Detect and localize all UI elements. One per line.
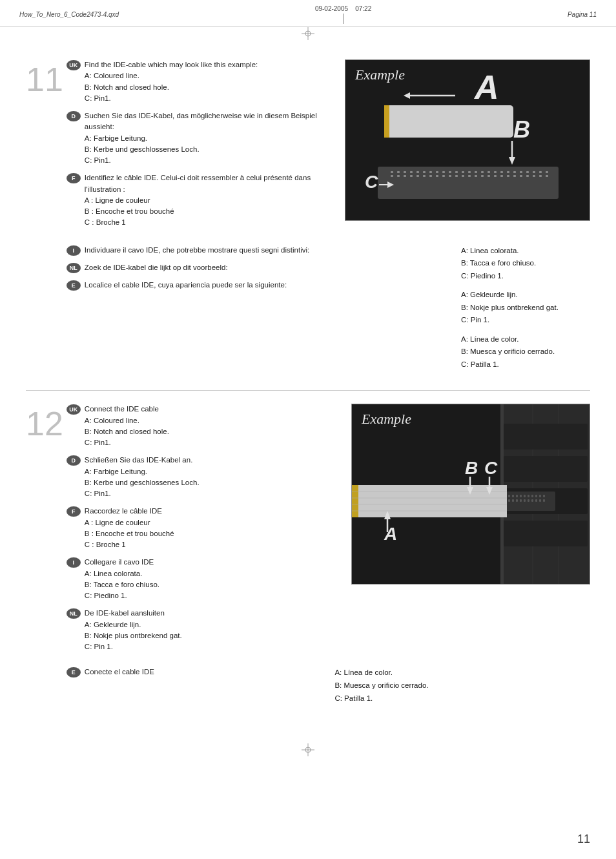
svg-rect-20 xyxy=(436,171,438,173)
instruction-text-uk-11: Find the IDE-cable which may look like t… xyxy=(85,59,258,104)
section-12-bottom-left-col: E Conecte el cable IDE xyxy=(67,667,322,705)
instruction-text-i-11: Individuare il cavo IDE, che potrebbe mo… xyxy=(85,245,309,256)
svg-rect-21 xyxy=(442,171,445,173)
svg-rect-41 xyxy=(410,175,413,177)
svg-rect-16 xyxy=(410,171,413,173)
section-12: 12 UK Connect the IDE cable A: Coloured … xyxy=(26,404,590,705)
svg-rect-78 xyxy=(516,495,518,497)
svg-rect-71 xyxy=(504,424,588,450)
section-11-instructions: UK Find the IDE-cable which may look lik… xyxy=(67,59,332,235)
svg-rect-42 xyxy=(416,175,419,177)
detail-nl-11: A: Gekleurde lijn. B: Nokje plus ontbrek… xyxy=(461,289,590,327)
svg-rect-97 xyxy=(352,485,358,517)
svg-rect-33 xyxy=(520,171,522,173)
svg-rect-53 xyxy=(488,175,490,177)
instruction-nl-12: NL De IDE-kabel aansluiten A: Gekleurde … xyxy=(67,608,335,652)
svg-rect-61 xyxy=(539,175,542,177)
svg-rect-24 xyxy=(462,171,464,173)
svg-rect-30 xyxy=(500,171,503,173)
svg-rect-51 xyxy=(475,175,477,177)
svg-rect-50 xyxy=(468,175,471,177)
svg-rect-81 xyxy=(528,495,529,497)
svg-rect-26 xyxy=(475,171,477,173)
svg-rect-32 xyxy=(513,171,516,173)
section-12-main: UK Connect the IDE cable A: Coloured lin… xyxy=(67,404,590,659)
lang-badge-d: D xyxy=(67,111,81,121)
instruction-uk-11: UK Find the IDE-cable which may look lik… xyxy=(67,59,325,104)
svg-rect-79 xyxy=(520,495,522,497)
svg-rect-95 xyxy=(543,499,545,502)
instruction-text-d-11: Suchen Sie das IDE-Kabel, das möglicherw… xyxy=(85,110,325,166)
svg-rect-58 xyxy=(520,175,522,177)
svg-rect-62 xyxy=(546,175,548,177)
instruction-text-i-12: Collegare il cavo IDE A: Linea colorata.… xyxy=(85,557,159,601)
svg-rect-15 xyxy=(404,171,406,173)
instruction-i-12: I Collegare il cavo IDE A: Linea colorat… xyxy=(67,557,335,601)
svg-rect-93 xyxy=(535,499,537,502)
section-divider xyxy=(26,390,590,391)
instruction-text-e-12: Conecte el cable IDE xyxy=(85,667,154,678)
instruction-d-12: D Schließen Sie das IDE-Kabel an. A: Far… xyxy=(67,455,335,499)
lang-badge-i-12: I xyxy=(67,557,81,568)
svg-rect-38 xyxy=(391,175,393,177)
instruction-text-e-11: Localice el cable IDE, cuya apariencia p… xyxy=(85,280,287,291)
svg-rect-18 xyxy=(423,171,426,173)
lang-badge-f: F xyxy=(67,173,81,183)
svg-rect-92 xyxy=(531,499,533,502)
page-content: 11 UK Find the IDE-cable which may look … xyxy=(0,40,616,743)
svg-rect-43 xyxy=(423,175,426,177)
example-image-12: Example xyxy=(351,404,590,585)
svg-rect-86 xyxy=(508,499,510,502)
svg-rect-89 xyxy=(520,499,522,502)
svg-rect-54 xyxy=(494,175,497,177)
svg-rect-22 xyxy=(449,171,451,173)
section-12-content: UK Connect the IDE cable A: Coloured lin… xyxy=(63,404,590,705)
svg-rect-13 xyxy=(391,171,393,173)
svg-rect-56 xyxy=(507,175,509,177)
svg-rect-48 xyxy=(455,175,458,177)
section-11-top: UK Find the IDE-cable which may look lik… xyxy=(67,59,590,235)
lang-badge-d-12: D xyxy=(67,455,81,466)
svg-text:A: A xyxy=(473,68,499,106)
svg-rect-27 xyxy=(481,171,484,173)
page-number: 11 xyxy=(577,833,590,846)
example-label-11: Example xyxy=(355,67,405,83)
svg-text:B: B xyxy=(465,458,478,478)
step-number-11: 11 xyxy=(26,59,63,371)
svg-rect-55 xyxy=(500,175,503,177)
svg-rect-39 xyxy=(397,175,400,177)
instruction-text-nl-12: De IDE-kabel aansluiten A: Gekleurde lij… xyxy=(85,608,182,652)
svg-rect-23 xyxy=(455,171,458,173)
instruction-d-11: D Suchen Sie das IDE-Kabel, das mögliche… xyxy=(67,110,325,166)
lang-badge-e-12: E xyxy=(67,667,81,678)
svg-rect-96 xyxy=(352,485,507,517)
instruction-uk-12: UK Connect the IDE cable A: Coloured lin… xyxy=(67,404,335,448)
svg-rect-90 xyxy=(524,499,526,502)
section-11-bottom-right: A: Linea colorata. B: Tacca e foro chius… xyxy=(461,245,590,371)
section-11-bottom: I Individuare il cavo IDE, che potrebbe … xyxy=(67,245,590,371)
svg-rect-44 xyxy=(429,175,432,177)
header-divider-line xyxy=(343,14,344,24)
svg-rect-57 xyxy=(513,175,516,177)
svg-rect-77 xyxy=(512,495,514,497)
lang-badge-e: E xyxy=(67,280,81,291)
instruction-text-f-11: Identifiez le câble IDE. Celui-ci doit r… xyxy=(85,172,325,228)
example-image-11: Example A xyxy=(345,59,590,221)
svg-rect-34 xyxy=(526,171,529,173)
bottom-cross xyxy=(0,743,616,763)
svg-rect-87 xyxy=(512,499,514,502)
svg-text:C: C xyxy=(484,458,498,478)
instruction-f-11: F Identifiez le câble IDE. Celui-ci doit… xyxy=(67,172,325,228)
top-cross xyxy=(0,27,616,40)
svg-rect-59 xyxy=(526,175,529,177)
instruction-i-11: I Individuare il cavo IDE, che potrebbe … xyxy=(67,245,448,256)
section-11-bottom-left: I Individuare il cavo IDE, che potrebbe … xyxy=(67,245,461,371)
svg-rect-35 xyxy=(533,171,535,173)
svg-rect-84 xyxy=(539,495,541,497)
section-12-left: UK Connect the IDE cable A: Coloured lin… xyxy=(67,404,345,659)
step-number-12: 12 xyxy=(26,404,63,705)
svg-rect-36 xyxy=(539,171,542,173)
lang-badge-i: I xyxy=(67,245,81,256)
svg-rect-85 xyxy=(543,495,545,497)
header-center: 09-02-2005 07:22 xyxy=(315,5,371,24)
